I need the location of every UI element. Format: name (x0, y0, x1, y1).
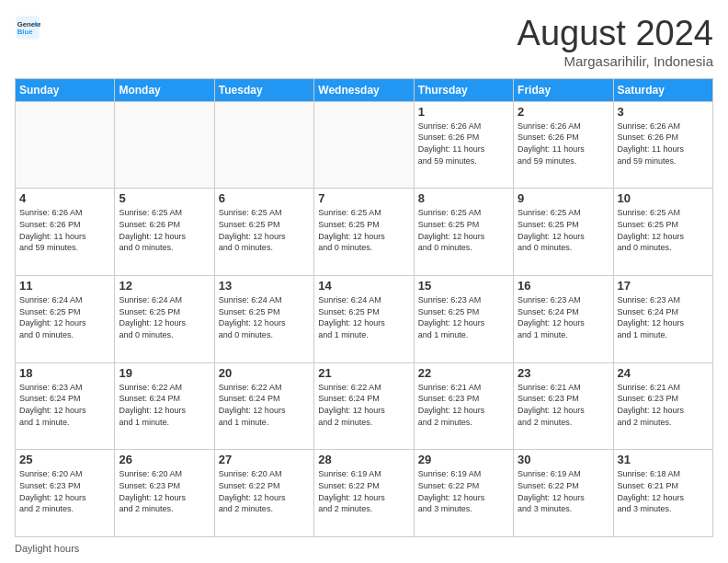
calendar-cell: 27Sunrise: 6:20 AM Sunset: 6:22 PM Dayli… (214, 450, 313, 537)
day-number: 6 (219, 191, 310, 205)
day-number: 12 (119, 279, 210, 293)
calendar-cell: 23Sunrise: 6:21 AM Sunset: 6:23 PM Dayli… (514, 362, 613, 450)
day-number: 1 (418, 105, 509, 119)
calendar-cell: 16Sunrise: 6:23 AM Sunset: 6:24 PM Dayli… (514, 276, 613, 363)
calendar-cell: 21Sunrise: 6:22 AM Sunset: 6:24 PM Dayli… (314, 362, 414, 450)
calendar-week-2: 4Sunrise: 6:26 AM Sunset: 6:26 PM Daylig… (16, 189, 713, 276)
month-title: August 2024 (518, 15, 713, 53)
day-info: Sunrise: 6:25 AM Sunset: 6:25 PM Dayligh… (618, 207, 709, 253)
calendar-cell: 20Sunrise: 6:22 AM Sunset: 6:24 PM Dayli… (214, 362, 313, 450)
calendar-week-4: 18Sunrise: 6:23 AM Sunset: 6:24 PM Dayli… (16, 362, 713, 450)
day-number: 31 (618, 453, 709, 466)
calendar-cell: 6Sunrise: 6:25 AM Sunset: 6:25 PM Daylig… (214, 189, 313, 276)
calendar-cell: 11Sunrise: 6:24 AM Sunset: 6:25 PM Dayli… (16, 276, 115, 363)
day-number: 16 (518, 279, 609, 293)
calendar-cell: 28Sunrise: 6:19 AM Sunset: 6:22 PM Dayli… (314, 450, 414, 537)
calendar-cell: 12Sunrise: 6:24 AM Sunset: 6:25 PM Dayli… (115, 276, 214, 363)
calendar-week-1: 1Sunrise: 6:26 AM Sunset: 6:26 PM Daylig… (16, 101, 713, 189)
day-info: Sunrise: 6:23 AM Sunset: 6:24 PM Dayligh… (618, 294, 709, 340)
day-number: 30 (518, 453, 609, 466)
calendar-cell: 9Sunrise: 6:25 AM Sunset: 6:25 PM Daylig… (514, 189, 613, 276)
col-monday: Monday (115, 78, 214, 101)
col-sunday: Sunday (16, 78, 115, 101)
page: General Blue August 2024 Margasarihilir,… (0, 0, 728, 563)
col-tuesday: Tuesday (214, 78, 313, 101)
calendar-cell: 14Sunrise: 6:24 AM Sunset: 6:25 PM Dayli… (314, 276, 414, 363)
day-number: 18 (19, 366, 110, 380)
day-info: Sunrise: 6:24 AM Sunset: 6:25 PM Dayligh… (119, 294, 210, 340)
calendar-week-5: 25Sunrise: 6:20 AM Sunset: 6:23 PM Dayli… (16, 450, 713, 537)
day-info: Sunrise: 6:25 AM Sunset: 6:25 PM Dayligh… (219, 207, 310, 253)
calendar-cell: 4Sunrise: 6:26 AM Sunset: 6:26 PM Daylig… (16, 189, 115, 276)
calendar-header-row: Sunday Monday Tuesday Wednesday Thursday… (16, 78, 713, 101)
col-saturday: Saturday (613, 78, 712, 101)
calendar-cell (214, 101, 313, 189)
calendar-cell: 8Sunrise: 6:25 AM Sunset: 6:25 PM Daylig… (414, 189, 513, 276)
day-number: 29 (418, 453, 509, 466)
day-info: Sunrise: 6:26 AM Sunset: 6:26 PM Dayligh… (518, 121, 609, 167)
calendar-cell: 29Sunrise: 6:19 AM Sunset: 6:22 PM Dayli… (414, 450, 513, 537)
day-number: 4 (19, 191, 110, 205)
day-info: Sunrise: 6:26 AM Sunset: 6:26 PM Dayligh… (19, 207, 110, 253)
calendar-cell: 10Sunrise: 6:25 AM Sunset: 6:25 PM Dayli… (613, 189, 712, 276)
svg-text:Blue: Blue (17, 28, 33, 36)
day-number: 13 (219, 279, 310, 293)
day-info: Sunrise: 6:25 AM Sunset: 6:25 PM Dayligh… (418, 207, 509, 253)
day-info: Sunrise: 6:19 AM Sunset: 6:22 PM Dayligh… (418, 468, 509, 514)
day-number: 20 (219, 366, 310, 380)
day-info: Sunrise: 6:19 AM Sunset: 6:22 PM Dayligh… (318, 468, 409, 514)
footer-daylight: Daylight hours (15, 543, 713, 554)
day-info: Sunrise: 6:22 AM Sunset: 6:24 PM Dayligh… (119, 382, 210, 428)
day-info: Sunrise: 6:20 AM Sunset: 6:23 PM Dayligh… (119, 468, 210, 514)
day-info: Sunrise: 6:25 AM Sunset: 6:26 PM Dayligh… (119, 207, 210, 253)
day-info: Sunrise: 6:26 AM Sunset: 6:26 PM Dayligh… (418, 121, 509, 167)
day-number: 22 (418, 366, 509, 380)
calendar-cell: 22Sunrise: 6:21 AM Sunset: 6:23 PM Dayli… (414, 362, 513, 450)
day-number: 3 (618, 105, 709, 119)
calendar-cell: 13Sunrise: 6:24 AM Sunset: 6:25 PM Dayli… (214, 276, 313, 363)
logo-icon: General Blue (15, 15, 40, 40)
day-number: 23 (518, 366, 609, 380)
day-number: 17 (618, 279, 709, 293)
day-info: Sunrise: 6:19 AM Sunset: 6:22 PM Dayligh… (518, 468, 609, 514)
day-info: Sunrise: 6:23 AM Sunset: 6:24 PM Dayligh… (518, 294, 609, 340)
calendar-cell (115, 101, 214, 189)
day-number: 5 (119, 191, 210, 205)
location: Margasarihilir, Indonesia (518, 53, 713, 69)
day-number: 21 (318, 366, 409, 380)
day-info: Sunrise: 6:22 AM Sunset: 6:24 PM Dayligh… (219, 382, 310, 428)
calendar-cell (314, 101, 414, 189)
day-info: Sunrise: 6:20 AM Sunset: 6:22 PM Dayligh… (219, 468, 310, 514)
calendar-cell: 1Sunrise: 6:26 AM Sunset: 6:26 PM Daylig… (414, 101, 513, 189)
day-info: Sunrise: 6:21 AM Sunset: 6:23 PM Dayligh… (618, 382, 709, 428)
calendar-cell (16, 101, 115, 189)
col-friday: Friday (514, 78, 613, 101)
calendar-table: Sunday Monday Tuesday Wednesday Thursday… (15, 78, 713, 537)
calendar-cell: 18Sunrise: 6:23 AM Sunset: 6:24 PM Dayli… (16, 362, 115, 450)
day-number: 2 (518, 105, 609, 119)
day-info: Sunrise: 6:24 AM Sunset: 6:25 PM Dayligh… (219, 294, 310, 340)
calendar-cell: 19Sunrise: 6:22 AM Sunset: 6:24 PM Dayli… (115, 362, 214, 450)
day-info: Sunrise: 6:21 AM Sunset: 6:23 PM Dayligh… (518, 382, 609, 428)
calendar-cell: 30Sunrise: 6:19 AM Sunset: 6:22 PM Dayli… (514, 450, 613, 537)
header: General Blue August 2024 Margasarihilir,… (15, 15, 713, 69)
day-number: 15 (418, 279, 509, 293)
calendar-cell: 3Sunrise: 6:26 AM Sunset: 6:26 PM Daylig… (613, 101, 712, 189)
day-info: Sunrise: 6:24 AM Sunset: 6:25 PM Dayligh… (318, 294, 409, 340)
calendar-cell: 26Sunrise: 6:20 AM Sunset: 6:23 PM Dayli… (115, 450, 214, 537)
calendar-cell: 17Sunrise: 6:23 AM Sunset: 6:24 PM Dayli… (613, 276, 712, 363)
day-info: Sunrise: 6:21 AM Sunset: 6:23 PM Dayligh… (418, 382, 509, 428)
day-info: Sunrise: 6:25 AM Sunset: 6:25 PM Dayligh… (518, 207, 609, 253)
day-number: 7 (318, 191, 409, 205)
day-info: Sunrise: 6:23 AM Sunset: 6:25 PM Dayligh… (418, 294, 509, 340)
calendar-week-3: 11Sunrise: 6:24 AM Sunset: 6:25 PM Dayli… (16, 276, 713, 363)
day-info: Sunrise: 6:20 AM Sunset: 6:23 PM Dayligh… (19, 468, 110, 514)
day-info: Sunrise: 6:18 AM Sunset: 6:21 PM Dayligh… (618, 468, 709, 514)
day-info: Sunrise: 6:25 AM Sunset: 6:25 PM Dayligh… (318, 207, 409, 253)
title-block: August 2024 Margasarihilir, Indonesia (518, 15, 713, 69)
day-number: 10 (618, 191, 709, 205)
calendar-cell: 5Sunrise: 6:25 AM Sunset: 6:26 PM Daylig… (115, 189, 214, 276)
col-thursday: Thursday (414, 78, 513, 101)
day-info: Sunrise: 6:26 AM Sunset: 6:26 PM Dayligh… (618, 121, 709, 167)
calendar-cell: 24Sunrise: 6:21 AM Sunset: 6:23 PM Dayli… (613, 362, 712, 450)
